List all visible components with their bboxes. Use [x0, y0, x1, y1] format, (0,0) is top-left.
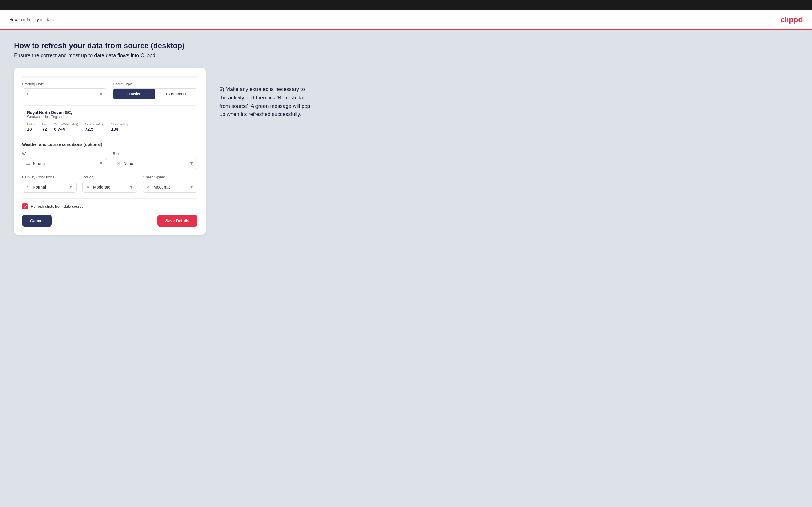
header: How to refresh your data clippd [0, 10, 812, 30]
course-rating-value: 72.5 [85, 126, 104, 131]
preview-strip [22, 76, 197, 78]
slope-rating-value: 134 [111, 126, 128, 131]
fairway-select[interactable]: Normal Soft Hard [22, 181, 77, 192]
fairway-label: Fairway Conditions [22, 175, 77, 179]
conditions-section-title: Weather and course conditions (optional) [22, 142, 197, 147]
game-type-label: Game Type [113, 82, 197, 86]
starting-hole-game-type-row: Starting Hole 1 10 ▼ Game Type Practice … [22, 82, 197, 100]
fairway-group: Fairway Conditions ⚬ Normal Soft Hard ▼ [22, 175, 77, 192]
action-buttons: Cancel Save Details [22, 215, 197, 227]
course-info-card: Royal North Devon GC, Westward Ho!, Engl… [22, 105, 197, 136]
rain-select[interactable]: None Light Heavy [113, 158, 197, 169]
wind-rain-row: Wind ☁ Strong Light Moderate None ▼ Rain [22, 152, 197, 169]
green-speed-label: Green Speed [143, 175, 197, 179]
game-type-toggle: Practice Tournament [113, 89, 197, 100]
wind-select[interactable]: Strong Light Moderate None [22, 158, 107, 169]
refresh-label: Refresh shots from data source [31, 204, 83, 209]
page-subtitle: Ensure the correct and most up to date d… [14, 53, 798, 59]
refresh-checkbox[interactable] [22, 203, 28, 209]
practice-button[interactable]: Practice [113, 89, 155, 99]
slope-rating-stat: Slope rating 134 [111, 122, 128, 131]
save-button[interactable]: Save Details [157, 215, 198, 227]
starting-hole-select-wrapper[interactable]: 1 10 ▼ [22, 89, 107, 100]
par-label: Par [42, 122, 47, 126]
tournament-button[interactable]: Tournament [155, 89, 197, 99]
yards-stat: Yards/White (M)) 6,744 [54, 122, 78, 131]
rain-select-wrapper[interactable]: ☀ None Light Heavy ▼ [113, 158, 197, 169]
par-stat: Par 72 [42, 122, 47, 131]
divider [22, 199, 197, 199]
course-stats: Holes 18 Par 72 Yards/White (M)) 6,744 C… [27, 122, 193, 131]
green-speed-select-wrapper[interactable]: ⚬ Moderate Slow Fast ▼ [143, 181, 197, 192]
rough-select[interactable]: Moderate Light Heavy [83, 181, 137, 192]
rain-group: Rain ☀ None Light Heavy ▼ [113, 152, 197, 169]
starting-hole-label: Starting Hole [22, 82, 107, 86]
rain-label: Rain [113, 152, 197, 156]
holes-label: Holes [27, 122, 35, 126]
form-card: Starting Hole 1 10 ▼ Game Type Practice … [14, 68, 206, 235]
course-location: Westward Ho!, England [27, 115, 193, 119]
side-note-text: 3) Make any extra edits necessary to the… [219, 85, 312, 119]
yards-value: 6,744 [54, 126, 78, 131]
rough-label: Rough [83, 175, 137, 179]
starting-hole-group: Starting Hole 1 10 ▼ [22, 82, 107, 100]
conditions-row: Fairway Conditions ⚬ Normal Soft Hard ▼ … [22, 175, 197, 192]
logo: clippd [781, 15, 803, 24]
refresh-checkbox-row: Refresh shots from data source [22, 203, 197, 209]
page-title: How to refresh your data from source (de… [14, 41, 798, 50]
fairway-select-wrapper[interactable]: ⚬ Normal Soft Hard ▼ [22, 181, 77, 192]
main-content: How to refresh your data from source (de… [0, 30, 812, 507]
header-title: How to refresh your data [9, 17, 54, 22]
yards-label: Yards/White (M)) [54, 122, 78, 126]
starting-hole-select[interactable]: 1 10 [22, 89, 107, 100]
course-rating-stat: Course rating 72.5 [85, 122, 104, 131]
cancel-button[interactable]: Cancel [22, 215, 52, 227]
content-area: Starting Hole 1 10 ▼ Game Type Practice … [14, 68, 798, 235]
game-type-group: Game Type Practice Tournament [113, 82, 197, 100]
rough-select-wrapper[interactable]: ⚬ Moderate Light Heavy ▼ [83, 181, 137, 192]
green-speed-select[interactable]: Moderate Slow Fast [143, 181, 197, 192]
green-speed-group: Green Speed ⚬ Moderate Slow Fast ▼ [143, 175, 197, 192]
slope-rating-label: Slope rating [111, 122, 128, 126]
holes-value: 18 [27, 126, 35, 131]
wind-label: Wind [22, 152, 107, 156]
course-name: Royal North Devon GC, [27, 110, 193, 115]
rough-group: Rough ⚬ Moderate Light Heavy ▼ [83, 175, 137, 192]
side-note: 3) Make any extra edits necessary to the… [219, 68, 312, 119]
course-rating-label: Course rating [85, 122, 104, 126]
holes-stat: Holes 18 [27, 122, 35, 131]
wind-group: Wind ☁ Strong Light Moderate None ▼ [22, 152, 107, 169]
par-value: 72 [42, 126, 47, 131]
top-bar [0, 0, 812, 10]
wind-select-wrapper[interactable]: ☁ Strong Light Moderate None ▼ [22, 158, 107, 169]
